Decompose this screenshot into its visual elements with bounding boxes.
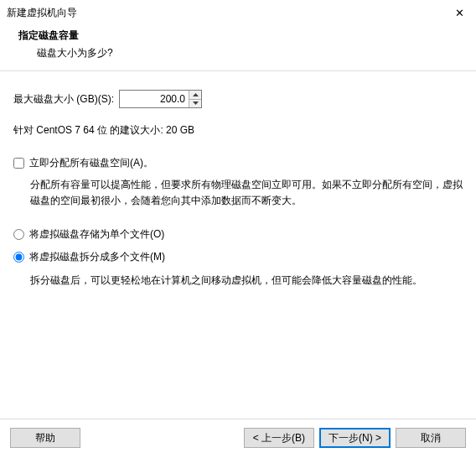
allocate-now-checkbox[interactable]	[13, 158, 24, 169]
recommended-size-hint: 针对 CentOS 7 64 位 的建议大小: 20 GB	[13, 123, 463, 138]
close-icon[interactable]: ✕	[451, 4, 468, 21]
store-single-row: 将虚拟磁盘存储为单个文件(O)	[13, 227, 463, 242]
allocate-now-label: 立即分配所有磁盘空间(A)。	[29, 156, 153, 170]
wizard-header: 指定磁盘容量 磁盘大小为多少?	[0, 25, 476, 70]
disk-size-label: 最大磁盘大小 (GB)(S):	[13, 92, 114, 107]
store-split-desc: 拆分磁盘后，可以更轻松地在计算机之间移动虚拟机，但可能会降低大容量磁盘的性能。	[13, 273, 463, 289]
disk-size-input[interactable]	[120, 91, 189, 107]
back-button[interactable]: < 上一步(B)	[244, 428, 314, 448]
next-button[interactable]: 下一步(N) >	[319, 428, 391, 448]
disk-size-row: 最大磁盘大小 (GB)(S):	[13, 90, 463, 108]
spinner-buttons	[189, 91, 201, 107]
content-area: 最大磁盘大小 (GB)(S): 针对 CentOS 7 64 位 的建议大小: …	[0, 71, 476, 298]
store-split-label: 将虚拟磁盘拆分成多个文件(M)	[29, 250, 165, 264]
store-split-radio[interactable]	[13, 252, 24, 263]
help-button[interactable]: 帮助	[10, 428, 80, 448]
spinner-up-icon[interactable]	[189, 91, 201, 100]
window-title: 新建虚拟机向导	[7, 6, 77, 20]
cancel-button[interactable]: 取消	[396, 428, 466, 448]
title-bar: 新建虚拟机向导 ✕	[0, 0, 476, 25]
store-single-radio[interactable]	[13, 229, 24, 240]
allocate-now-row: 立即分配所有磁盘空间(A)。	[13, 156, 463, 170]
page-subheading: 磁盘大小为多少?	[18, 46, 476, 60]
footer-bar: 帮助 < 上一步(B) 下一步(N) > 取消	[0, 419, 476, 458]
disk-size-spinner[interactable]	[119, 90, 202, 108]
store-split-row: 将虚拟磁盘拆分成多个文件(M)	[13, 250, 463, 264]
spinner-down-icon[interactable]	[189, 100, 201, 108]
page-heading: 指定磁盘容量	[18, 29, 476, 43]
allocate-desc: 分配所有容量可以提高性能，但要求所有物理磁盘空间立即可用。如果不立即分配所有空间…	[13, 177, 463, 209]
store-single-label: 将虚拟磁盘存储为单个文件(O)	[29, 227, 164, 242]
